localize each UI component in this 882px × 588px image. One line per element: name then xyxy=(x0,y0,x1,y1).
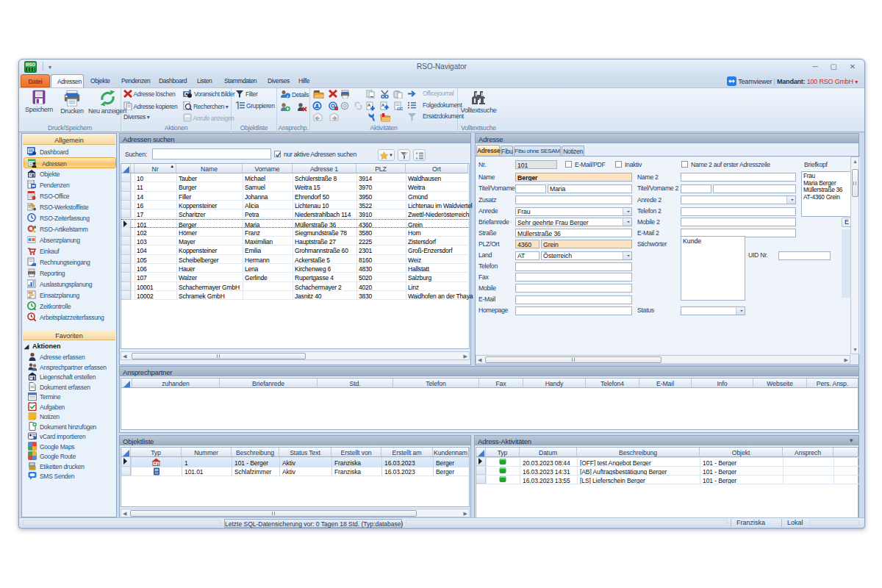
svg-text:GO: GO xyxy=(397,107,403,111)
